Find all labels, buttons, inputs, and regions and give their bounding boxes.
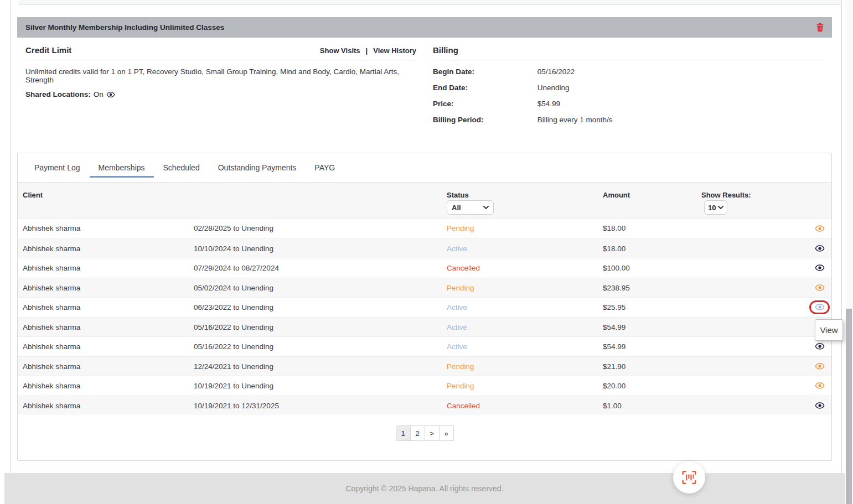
status-badge: Active [447, 337, 467, 357]
view-eye-icon[interactable] [815, 264, 825, 272]
scrollbar-thumb[interactable] [846, 309, 852, 504]
table-row: Abhishek sharma 02/28/2025 to Unending P… [18, 219, 831, 238]
client-name: Abhishek sharma [23, 258, 80, 278]
page-footer: Copyright © 2025 Hapana. All rights rese… [4, 473, 845, 504]
shared-locations-label: Shared Locations: [25, 90, 91, 98]
table-row: Abhishek sharma 10/19/2021 to Unending P… [18, 376, 831, 396]
view-eye-icon[interactable] [815, 402, 825, 409]
status-badge: Cancelled [447, 258, 480, 278]
status-filter-value: All [452, 204, 461, 212]
billing-period: 10/19/2021 to 12/31/2025 [194, 396, 279, 416]
billing-period: 05/02/2024 to Unending [194, 278, 273, 298]
view-eye-icon[interactable] [815, 362, 825, 370]
credit-limit-description: Unlimited credits valid for 1 on 1 PT, R… [25, 67, 416, 84]
amount-value: $18.00 [603, 219, 625, 238]
billing-section: Billing Begin Date: 05/16/2022 End Date:… [433, 38, 824, 132]
copyright-text: Copyright © 2025 Hapana. All rights rese… [345, 484, 503, 493]
view-eye-icon[interactable] [815, 343, 825, 350]
client-name: Abhishek sharma [23, 278, 80, 298]
table-row: Abhishek sharma 05/16/2022 to Unending A… [18, 317, 831, 337]
status-badge: Pending [447, 219, 474, 238]
credit-limit-section: Credit Limit Show Visits | View History … [25, 38, 416, 132]
status-badge: Pending [447, 278, 474, 298]
table-header: Client Status Amount Show Results: All 1… [18, 183, 831, 219]
page-button[interactable]: > [425, 425, 440, 441]
amount-value: $54.99 [603, 337, 625, 357]
table-row: Abhishek sharma 06/23/2022 to Unending A… [18, 297, 831, 317]
view-eye-icon[interactable] [815, 245, 825, 252]
client-name: Abhishek sharma [23, 239, 80, 259]
eye-icon[interactable] [106, 91, 115, 98]
tab-scheduled[interactable]: Scheduled [163, 153, 200, 182]
amount-value: $238.95 [603, 278, 630, 298]
billing-value: Unending [537, 84, 570, 92]
tab-memberships[interactable]: Memberships [99, 153, 145, 182]
show-results-select[interactable]: 10 [704, 200, 727, 215]
billing-period: 06/23/2022 to Unending [194, 298, 273, 318]
view-history-link[interactable]: View History [373, 46, 416, 55]
trash-icon[interactable] [816, 23, 824, 32]
tab-payg[interactable]: PAYG [314, 153, 335, 182]
table-body: Abhishek sharma 02/28/2025 to Unending P… [18, 219, 831, 415]
membership-card-body: Credit Limit Show Visits | View History … [17, 38, 832, 132]
show-results-value: 10 [708, 204, 716, 212]
billing-period: 10/19/2021 to Unending [194, 376, 273, 396]
tab-label: Scheduled [163, 163, 200, 172]
client-name: Abhishek sharma [23, 396, 80, 416]
section-divider [25, 60, 416, 60]
page-button-1[interactable]: 1 [396, 425, 411, 441]
view-eye-icon[interactable] [815, 284, 825, 291]
tab-label: Memberships [99, 163, 145, 172]
billing-period: 02/28/2025 to Unending [194, 219, 273, 238]
payments-panel: Payment Log Memberships Scheduled Outsta… [17, 153, 832, 461]
chevron-down-icon [483, 206, 489, 209]
billing-value: 05/16/2022 [537, 67, 575, 76]
barcode-scan-button[interactable] [673, 461, 705, 493]
status-badge: Active [447, 298, 467, 318]
client-name: Abhishek sharma [23, 357, 80, 377]
tab-outstanding-payments[interactable]: Outstanding Payments [218, 153, 297, 182]
billing-period: 07/29/2024 to 08/27/2024 [194, 258, 279, 278]
page-button[interactable]: » [439, 425, 454, 441]
client-name: Abhishek sharma [23, 376, 80, 396]
pagination: 1 2 > » [18, 425, 831, 441]
view-tooltip: View [815, 319, 843, 341]
status-filter-select[interactable]: All [447, 200, 494, 215]
view-eye-icon[interactable] [815, 225, 825, 232]
page-button-2[interactable]: 2 [410, 425, 425, 441]
billing-label: Price: [433, 100, 535, 108]
status-badge: Active [447, 239, 467, 259]
table-row: Abhishek sharma 07/29/2024 to 08/27/2024… [18, 258, 831, 278]
amount-value: $54.99 [603, 318, 625, 337]
client-name: Abhishek sharma [23, 318, 80, 337]
table-row: Abhishek sharma 12/24/2021 to Unending P… [18, 356, 831, 376]
tab-payment-log[interactable]: Payment Log [34, 153, 80, 182]
membership-card-header: Silver Monthly Membership Including Unli… [17, 17, 832, 38]
membership-title: Silver Monthly Membership Including Unli… [25, 23, 224, 32]
client-name: Abhishek sharma [23, 298, 80, 318]
client-column-header: Client [23, 191, 43, 199]
amount-value: $20.00 [603, 376, 625, 396]
link-separator: | [366, 46, 368, 55]
billing-row-billing-period: Billing Period: Billing every 1 month/s [433, 116, 824, 124]
amount-value: $100.00 [603, 258, 630, 278]
client-name: Abhishek sharma [23, 219, 80, 238]
status-badge: Pending [447, 357, 474, 377]
tab-label: Payment Log [34, 163, 80, 172]
billing-label: Billing Period: [433, 116, 535, 124]
amount-value: $21.90 [603, 357, 625, 377]
view-eye-icon[interactable] [815, 382, 825, 389]
table-row: Abhishek sharma 10/19/2021 to 12/31/2025… [18, 396, 831, 415]
amount-column-header: Amount [603, 191, 630, 199]
billing-value: $54.99 [537, 100, 560, 108]
show-visits-link[interactable]: Show Visits [320, 46, 360, 55]
status-badge: Cancelled [447, 396, 480, 416]
status-badge: Active [447, 318, 467, 337]
table-row: Abhishek sharma 10/10/2024 to Unending A… [18, 238, 831, 258]
billing-period: 12/24/2021 to Unending [194, 357, 273, 377]
shared-locations-value: On [94, 90, 104, 98]
show-results-label: Show Results: [701, 191, 751, 199]
view-eye-icon[interactable] [815, 304, 825, 311]
billing-heading: Billing [433, 45, 458, 55]
tab-bar: Payment Log Memberships Scheduled Outsta… [18, 153, 831, 183]
